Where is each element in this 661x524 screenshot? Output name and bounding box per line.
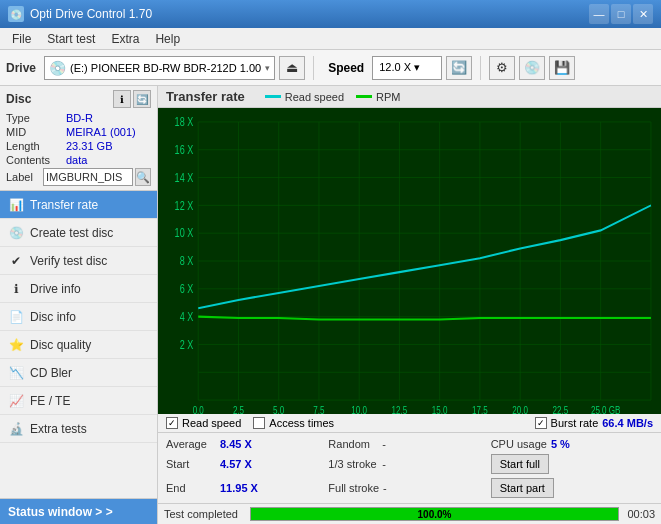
sidebar-item-disc-quality[interactable]: ⭐ Disc quality xyxy=(0,331,157,359)
disc-quality-icon: ⭐ xyxy=(8,337,24,353)
sidebar-item-transfer-rate[interactable]: 📊 Transfer rate xyxy=(0,191,157,219)
sidebar-item-disc-info[interactable]: 📄 Disc info xyxy=(0,303,157,331)
extra-tests-icon: 🔬 xyxy=(8,421,24,437)
disc-refresh-btn[interactable]: 🔄 xyxy=(133,90,151,108)
chart-svg: 18 X 16 X 14 X 12 X 10 X 8 X 6 X 4 X 2 X… xyxy=(158,108,661,414)
burst-rate-section: ✓ Burst rate 66.4 MB/s xyxy=(535,417,653,429)
refresh-button[interactable]: 🔄 xyxy=(446,56,472,80)
speed-label: Speed xyxy=(328,61,364,75)
read-speed-cb-box: ✓ xyxy=(166,417,178,429)
nav-label-extra-tests: Extra tests xyxy=(30,422,87,436)
sidebar-item-cd-bler[interactable]: 📉 CD Bler xyxy=(0,359,157,387)
settings-button[interactable]: ⚙ xyxy=(489,56,515,80)
window-controls: — □ ✕ xyxy=(589,4,653,24)
stat-row-start-full: Start full xyxy=(491,453,653,475)
stroke13-value: - xyxy=(382,458,386,470)
toolbar: Drive 💿 (E:) PIONEER BD-RW BDR-212D 1.00… xyxy=(0,50,661,86)
read-speed-cb-label: Read speed xyxy=(182,417,241,429)
speed-select[interactable]: 12.0 X ▾ xyxy=(372,56,442,80)
chart-header: Transfer rate Read speed RPM xyxy=(158,86,661,108)
app-title: Opti Drive Control 1.70 xyxy=(30,7,152,21)
stat-row-random: Random - xyxy=(328,437,490,451)
drive-select[interactable]: 💿 (E:) PIONEER BD-RW BDR-212D 1.00 ▾ xyxy=(44,56,275,80)
toolbar-separator-2 xyxy=(480,56,481,80)
read-speed-color xyxy=(265,95,281,98)
access-times-checkbox[interactable]: Access times xyxy=(253,417,334,429)
stroke13-label: 1/3 stroke xyxy=(328,458,378,470)
minimize-button[interactable]: — xyxy=(589,4,609,24)
disc-info-btn[interactable]: ℹ xyxy=(113,90,131,108)
svg-text:2.5: 2.5 xyxy=(233,404,244,414)
sidebar-item-verify-test-disc[interactable]: ✔ Verify test disc xyxy=(0,247,157,275)
stat-row-stroke13: 1/3 stroke - xyxy=(328,453,490,475)
progress-bar: 100.0% xyxy=(250,507,619,521)
stat-row-average: Average 8.45 X xyxy=(166,437,328,451)
sidebar-item-extra-tests[interactable]: 🔬 Extra tests xyxy=(0,415,157,443)
burst-rate-cb-box: ✓ xyxy=(535,417,547,429)
svg-text:10 X: 10 X xyxy=(175,226,194,240)
menu-file[interactable]: File xyxy=(4,30,39,48)
disc-label-input[interactable] xyxy=(43,168,133,186)
start-full-button[interactable]: Start full xyxy=(491,454,549,474)
length-label: Length xyxy=(6,140,66,152)
type-label: Type xyxy=(6,112,66,124)
progress-section: Test completed 100.0% 00:03 xyxy=(158,503,661,524)
svg-text:2 X: 2 X xyxy=(180,337,194,351)
menu-help[interactable]: Help xyxy=(147,30,188,48)
svg-text:0.0: 0.0 xyxy=(193,404,205,414)
app-icon: 💿 xyxy=(8,6,24,22)
maximize-button[interactable]: □ xyxy=(611,4,631,24)
verify-test-icon: ✔ xyxy=(8,253,24,269)
stat-row-full-stroke: Full stroke - xyxy=(328,477,490,499)
nav-label-disc-quality: Disc quality xyxy=(30,338,91,352)
read-speed-checkbox[interactable]: ✓ Read speed xyxy=(166,417,241,429)
cpu-value: 5 % xyxy=(551,438,570,450)
access-times-cb-box xyxy=(253,417,265,429)
disc-button[interactable]: 💿 xyxy=(519,56,545,80)
svg-text:16 X: 16 X xyxy=(175,142,194,156)
random-label: Random xyxy=(328,438,378,450)
status-window-button[interactable]: Status window > > xyxy=(0,498,157,524)
mid-value: MEIRA1 (001) xyxy=(66,126,136,138)
speed-value: 12.0 X ▾ xyxy=(379,61,420,74)
fe-te-icon: 📈 xyxy=(8,393,24,409)
svg-text:14 X: 14 X xyxy=(175,170,194,184)
svg-text:20.0: 20.0 xyxy=(512,404,528,414)
sidebar-item-create-test-disc[interactable]: 💿 Create test disc xyxy=(0,219,157,247)
disc-panel: Disc ℹ 🔄 Type BD-R MID MEIRA1 (001) Leng… xyxy=(0,86,157,191)
sidebar-item-drive-info[interactable]: ℹ Drive info xyxy=(0,275,157,303)
svg-text:15.0: 15.0 xyxy=(432,404,448,414)
stat-row-cpu: CPU usage 5 % xyxy=(491,437,653,451)
sidebar-item-fe-te[interactable]: 📈 FE / TE xyxy=(0,387,157,415)
svg-text:8 X: 8 X xyxy=(180,254,194,268)
menu-start-test[interactable]: Start test xyxy=(39,30,103,48)
svg-text:6 X: 6 X xyxy=(180,282,194,296)
nav-label-disc-info: Disc info xyxy=(30,310,76,324)
burst-rate-checkbox[interactable]: ✓ Burst rate xyxy=(535,417,599,429)
disc-label-btn[interactable]: 🔍 xyxy=(135,168,151,186)
sidebar: Disc ℹ 🔄 Type BD-R MID MEIRA1 (001) Leng… xyxy=(0,86,158,524)
save-button[interactable]: 💾 xyxy=(549,56,575,80)
stat-row-start: Start 4.57 X xyxy=(166,453,328,475)
status-text: Test completed xyxy=(164,508,244,520)
stats-grid: Average 8.45 X Random - CPU usage 5 % St… xyxy=(158,433,661,503)
start-part-button[interactable]: Start part xyxy=(491,478,554,498)
svg-text:12 X: 12 X xyxy=(175,198,194,212)
length-value: 23.31 GB xyxy=(66,140,112,152)
average-value: 8.45 X xyxy=(220,438,252,450)
create-test-icon: 💿 xyxy=(8,225,24,241)
eject-button[interactable]: ⏏ xyxy=(279,56,305,80)
menu-extra[interactable]: Extra xyxy=(103,30,147,48)
svg-text:22.5: 22.5 xyxy=(553,404,569,414)
title-bar: 💿 Opti Drive Control 1.70 — □ ✕ xyxy=(0,0,661,28)
stat-row-end: End 11.95 X xyxy=(166,477,328,499)
contents-label: Contents xyxy=(6,154,66,166)
close-button[interactable]: ✕ xyxy=(633,4,653,24)
access-times-cb-label: Access times xyxy=(269,417,334,429)
nav-label-verify-test: Verify test disc xyxy=(30,254,107,268)
toolbar-separator xyxy=(313,56,314,80)
progress-percent: 100.0% xyxy=(251,508,618,520)
drive-label: Drive xyxy=(6,61,36,75)
legend-rpm-label: RPM xyxy=(376,91,400,103)
time-display: 00:03 xyxy=(625,508,655,520)
